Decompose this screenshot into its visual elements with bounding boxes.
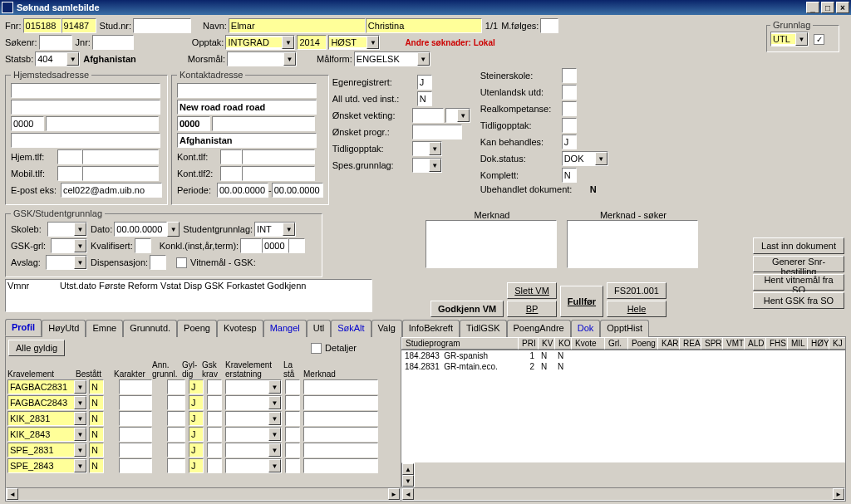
chevron-down-icon[interactable]: ▼ [268, 396, 281, 409]
karakter-field[interactable] [119, 379, 152, 394]
tab-poengandre[interactable]: PoengAndre [507, 320, 571, 337]
disp-field[interactable] [150, 255, 166, 270]
arrow-up-icon[interactable]: ▲ [402, 463, 414, 475]
chevron-down-icon[interactable]: ▼ [74, 256, 86, 269]
hjem-poststed[interactable] [46, 116, 159, 131]
mfolges-field[interactable] [540, 18, 558, 33]
arrow-left-icon[interactable]: ◄ [402, 488, 414, 500]
fnr-field-2[interactable] [61, 18, 96, 33]
kontakt-line1[interactable] [177, 83, 317, 98]
epost-field[interactable] [61, 183, 162, 198]
gyl-field[interactable] [189, 427, 204, 442]
chevron-down-icon[interactable]: ▼ [74, 223, 86, 236]
konttlf-f2[interactable] [242, 149, 315, 164]
chevron-down-icon[interactable]: ▼ [429, 142, 441, 155]
kravelement-select[interactable]: KIK_2831▼ [7, 411, 87, 426]
tab-mangel[interactable]: Mangel [263, 320, 307, 337]
chevron-down-icon[interactable]: ▼ [74, 428, 86, 441]
col-rea[interactable]: REA [679, 337, 701, 350]
chevron-down-icon[interactable]: ▼ [66, 52, 79, 66]
gsk-field[interactable] [207, 395, 222, 410]
sokenr-field[interactable] [39, 35, 72, 50]
jnr-field[interactable] [92, 35, 134, 50]
slett-vm-button[interactable]: Slett VM [507, 282, 557, 299]
tab-tidlgsk[interactable]: TidlGSK [460, 320, 507, 337]
grunnlag-select[interactable]: UTL ▼ [770, 32, 809, 46]
hjemtlf-field2[interactable] [82, 149, 159, 164]
tab-søkalt[interactable]: SøkAlt [331, 320, 371, 337]
gyl-field[interactable] [189, 458, 204, 473]
morsmal-select[interactable]: ▼ [227, 51, 297, 66]
col-kvote[interactable]: Kvote [571, 337, 604, 350]
konkl-f3[interactable] [288, 238, 305, 253]
bp-button[interactable]: BP [507, 301, 557, 317]
grunnlag-checkbox[interactable]: ✓ [814, 34, 824, 45]
ann-field[interactable] [167, 379, 185, 394]
dokstatus-select[interactable]: DOK▼ [562, 151, 608, 166]
erstatning-select[interactable]: ▼ [225, 427, 282, 442]
fullfor-button[interactable]: Fullfør [560, 286, 603, 317]
bestatt-field[interactable] [89, 395, 104, 410]
tab-dok[interactable]: Dok [571, 320, 601, 337]
left-scroll-h[interactable]: ◄ ► [6, 487, 401, 501]
erstatning-select[interactable]: ▼ [225, 379, 282, 394]
col-ald[interactable]: ALD [744, 337, 765, 350]
utenlandsk-field[interactable] [562, 85, 577, 100]
chevron-down-icon[interactable]: ▼ [595, 152, 608, 165]
chevron-down-icon[interactable]: ▼ [74, 443, 86, 457]
navn-field-last[interactable] [229, 18, 366, 33]
tab-grunnutd.[interactable]: Grunnutd. [123, 320, 177, 337]
lasta-field[interactable] [285, 411, 300, 426]
chevron-down-icon[interactable]: ▼ [795, 32, 808, 46]
skoleb-select[interactable]: ▼ [47, 222, 87, 237]
egenreg-field[interactable] [417, 75, 432, 90]
erstatning-select[interactable]: ▼ [225, 458, 282, 473]
col-kar[interactable]: KAR [657, 337, 679, 350]
fnr-field-1[interactable] [23, 18, 61, 33]
kravelement-select[interactable]: FAGBAC2843▼ [7, 395, 87, 410]
merknad-textarea[interactable] [426, 220, 557, 268]
godkjenn-vm-button[interactable]: Godkjenn VM [430, 301, 504, 317]
avslag-select[interactable]: ▼ [46, 255, 87, 270]
col-spr[interactable]: SPR [701, 337, 722, 350]
spesgrl-select[interactable]: ▼ [412, 158, 442, 173]
studgrl-select[interactable]: INT▼ [254, 222, 296, 237]
karakter-field[interactable] [119, 411, 152, 426]
chevron-down-icon[interactable]: ▼ [429, 159, 441, 172]
karakter-field[interactable] [119, 427, 152, 442]
tab-infobekreft[interactable]: InfoBekreft [402, 320, 460, 337]
chevron-down-icon[interactable]: ▼ [457, 109, 470, 122]
col-mil[interactable]: MIL [787, 337, 807, 350]
tab-emne[interactable]: Emne [86, 320, 123, 337]
ann-field[interactable] [167, 458, 185, 473]
chevron-down-icon[interactable]: ▼ [74, 412, 86, 425]
merknad-field[interactable] [303, 395, 378, 410]
periode-til[interactable] [272, 183, 323, 198]
statsb-select[interactable]: 404▼ [35, 51, 80, 66]
chevron-down-icon[interactable]: ▼ [74, 396, 86, 409]
tidligopp-select[interactable]: ▼ [412, 141, 442, 156]
ann-field[interactable] [167, 443, 185, 458]
col-pri[interactable]: PRI [518, 337, 538, 350]
onsketv-select[interactable]: ▼ [445, 108, 470, 123]
lasta-field[interactable] [285, 379, 300, 394]
col-grl.[interactable]: Grl. [604, 337, 627, 350]
hjem-post[interactable] [11, 116, 44, 131]
allutd-field[interactable] [417, 91, 432, 106]
ann-field[interactable] [167, 411, 185, 426]
gsk-field[interactable] [207, 379, 222, 394]
ann-field[interactable] [167, 395, 185, 410]
gskgrl-select[interactable]: ▼ [51, 238, 87, 253]
hjemtlf-field1[interactable] [57, 149, 82, 164]
hentvm-button[interactable]: Hent vitnemål fra SO [753, 274, 844, 291]
merknad-field[interactable] [303, 443, 378, 458]
kontakt-land[interactable] [177, 133, 317, 148]
steiner-field[interactable] [562, 68, 577, 83]
chevron-down-icon[interactable]: ▼ [268, 459, 281, 472]
konttlf2-f2[interactable] [242, 166, 315, 181]
chevron-down-icon[interactable]: ▼ [74, 380, 86, 394]
hjem-line2[interactable] [11, 100, 160, 115]
col-fhs[interactable]: FHS [765, 337, 787, 350]
detaljer-checkbox[interactable] [311, 343, 322, 354]
close-button[interactable]: × [836, 2, 849, 13]
